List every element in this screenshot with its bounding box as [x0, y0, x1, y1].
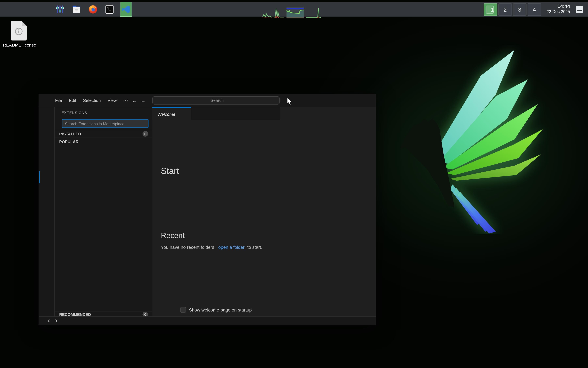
extensions-search-input[interactable] — [62, 121, 144, 126]
menu-view[interactable]: View — [104, 98, 120, 103]
activity-bar — [39, 107, 55, 316]
recent-text-after: to start. — [247, 245, 262, 250]
toggle-panel-icon[interactable] — [332, 98, 337, 103]
status-bar: 0 0 — [39, 316, 376, 325]
tab-welcome[interactable]: Welcome — [152, 107, 191, 120]
workspace-4[interactable]: 4 — [528, 3, 541, 16]
clock-date: 22 Dec 2025 — [547, 9, 570, 15]
tray-drawer-icon[interactable] — [575, 6, 584, 13]
document-icon: i — [11, 21, 27, 40]
extensions-icon[interactable] — [39, 170, 55, 185]
network-graph — [306, 7, 321, 18]
forward-button[interactable]: → — [141, 98, 146, 103]
menu-more-button[interactable]: ··· — [120, 98, 131, 103]
launchers: $ — [0, 2, 134, 17]
menu-bar: FileEditSelectionView··· — [52, 94, 131, 107]
system-monitors — [262, 7, 321, 18]
tab-label: Welcome — [158, 112, 186, 116]
section-installed-label: INSTALLED — [59, 132, 81, 136]
extensions-sidebar: EXTENSIONS INSTALLED 0 — [55, 107, 152, 316]
network-icon[interactable] — [465, 6, 472, 13]
installed-count-badge: 0 — [142, 131, 148, 137]
workspace-number: 1 — [491, 6, 494, 13]
checkbox-checked-icon[interactable] — [180, 307, 186, 313]
desktop: $ 1234 14:44 22 Dec 2025 — [0, 0, 588, 368]
sidebar-title: EXTENSIONS — [62, 110, 87, 115]
startup-checkbox-row[interactable]: Show welcome page on startup — [152, 307, 280, 313]
warning-count: 0 — [55, 319, 57, 323]
recent-empty-text: You have no recent folders, open a folde… — [161, 245, 262, 250]
clock[interactable]: 14:44 22 Dec 2025 — [547, 3, 570, 15]
desktop-icon-label: README.license — [3, 43, 35, 47]
launcher-audio-settings[interactable] — [54, 4, 66, 15]
settings-gear-icon[interactable] — [39, 303, 55, 318]
startup-checkbox-label: Show welcome page on startup — [189, 307, 252, 313]
volume-muted-icon[interactable] — [444, 6, 452, 13]
extensions-search-box[interactable] — [62, 119, 149, 128]
error-count: 0 — [48, 319, 50, 323]
toggle-secondary-sidebar-icon[interactable] — [341, 98, 346, 103]
accounts-icon[interactable] — [39, 287, 55, 303]
info-glyph: i — [15, 28, 23, 35]
memory-graph — [287, 7, 304, 18]
workspace-1[interactable]: 1 — [484, 3, 497, 16]
back-button[interactable]: ← — [132, 98, 137, 103]
menu-edit[interactable]: Edit — [65, 98, 80, 103]
minimize-button[interactable] — [347, 98, 353, 103]
section-popular-label: POPULAR — [59, 139, 79, 144]
search-sidebar-icon[interactable] — [39, 124, 55, 139]
mouse-cursor — [287, 97, 293, 106]
workspace-switcher: 1234 — [484, 3, 541, 16]
cpu-graph — [262, 7, 284, 18]
toggle-primary-sidebar-icon[interactable] — [323, 98, 328, 103]
parrot-wallpaper-art — [383, 45, 559, 234]
brightness-icon[interactable] — [455, 6, 462, 13]
problems-indicator[interactable]: 0 0 — [47, 319, 57, 323]
search-placeholder: Search — [211, 98, 224, 103]
clock-time: 14:44 — [547, 3, 570, 9]
launcher-terminal[interactable]: $ — [104, 4, 115, 15]
clipboard-icon[interactable] — [434, 6, 441, 13]
editor-area: Welcome Start Recent You have — [152, 107, 376, 316]
editor-group-welcome: Welcome Start Recent You have — [152, 107, 280, 316]
titlebar[interactable]: FileEditSelectionView··· ← → Search — [39, 94, 376, 107]
source-control-icon[interactable] — [39, 139, 55, 155]
maximize-button[interactable] — [357, 98, 363, 103]
recent-text-before: You have no recent folders, — [161, 245, 215, 250]
open-a-folder-link[interactable]: open a folder — [218, 245, 244, 250]
section-recommended-label: RECOMMENDED — [59, 312, 91, 317]
start-heading: Start — [161, 166, 179, 176]
menu-selection[interactable]: Selection — [80, 98, 104, 103]
caret-down-icon[interactable] — [475, 6, 482, 13]
system-tray — [434, 2, 482, 17]
workspace-2[interactable]: 2 — [498, 3, 512, 16]
workspace-3[interactable]: 3 — [513, 3, 527, 16]
svg-text:$: $ — [107, 6, 109, 10]
section-installed[interactable]: INSTALLED 0 — [55, 130, 152, 138]
launcher-file-manager[interactable] — [71, 4, 82, 15]
launcher-firefox[interactable] — [87, 4, 99, 15]
top-panel: $ 1234 14:44 22 Dec 2025 — [0, 2, 588, 17]
extension-list — [55, 146, 152, 312]
editor-group-empty[interactable] — [280, 107, 376, 316]
launcher-vscode[interactable] — [120, 2, 132, 17]
close-button[interactable] — [368, 98, 373, 103]
desktop-icon-readme-license[interactable]: i README.license — [3, 21, 35, 47]
command-center-search[interactable]: Search — [152, 96, 280, 105]
menu-file[interactable]: File — [52, 98, 65, 103]
vscode-window: FileEditSelectionView··· ← → Search — [38, 94, 376, 325]
customize-layout-icon[interactable] — [314, 98, 319, 103]
tab-strip: Welcome — [152, 107, 280, 120]
recent-heading: Recent — [161, 231, 185, 240]
explorer-icon[interactable] — [39, 108, 55, 123]
run-debug-icon[interactable] — [39, 155, 55, 170]
welcome-page: Start Recent You have no recent folders,… — [152, 120, 280, 316]
section-popular[interactable]: POPULAR — [55, 138, 152, 146]
